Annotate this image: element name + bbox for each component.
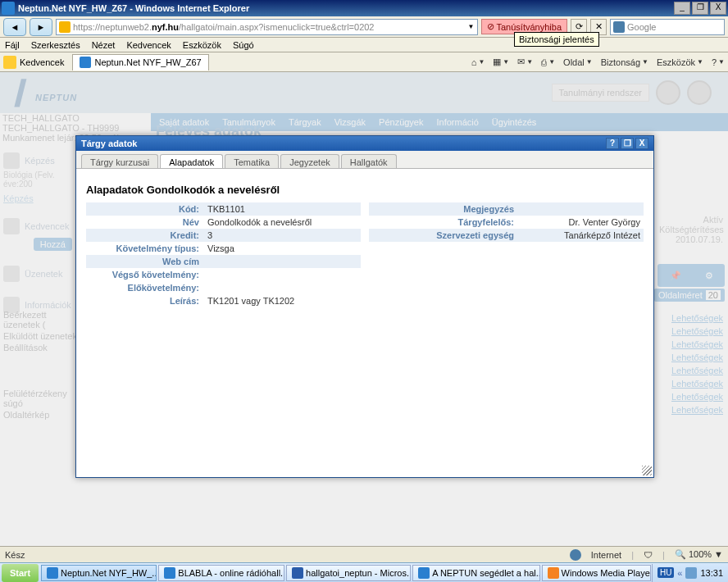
globe-icon [570,549,581,561]
field-label-kod: Kód: [86,204,206,214]
field-label-vegsokov: Végső követelmény: [86,270,206,280]
ie-icon [47,567,58,579]
menu-favorites[interactable]: Kedvencek [126,40,171,50]
safety-menu[interactable]: Biztonság▼ [601,57,648,67]
field-value-leiras: TK1201 vagy TK1202 [206,296,644,306]
field-value-kredit: 3 [206,230,361,240]
dialog-title: Tárgy adatok [81,139,137,148]
field-value-kovetelmeny: Vizsga [206,243,361,253]
favorites-label[interactable]: Kedvencek [20,57,64,67]
field-value-kod: TKB1101 [206,204,361,214]
field-label-leiras: Leírás: [86,296,206,306]
taskbar-item-blabla[interactable]: BLABLA - online rádióhall... [158,565,284,581]
feeds-button[interactable]: ▦▼ [493,57,509,67]
zoom-label[interactable]: 🔍 100% ▼ [675,549,723,560]
taskbar-item-word[interactable]: hallgatoi_neptun - Micros... [286,565,411,581]
taskbar-item-segedlet[interactable]: A NEPTUN segédlet a hal... [412,565,539,581]
menu-help[interactable]: Súgó [233,40,254,50]
favorites-star-icon[interactable] [3,56,16,69]
security-report-tooltip: Biztonsági jelentés [514,32,599,47]
address-toolbar: ◄ ► https://neptunweb2.nyf.hu/hallgatoi/… [0,16,728,38]
window-title: Neptun.Net NYF_HW_Z67 - Windows Internet… [18,3,674,13]
dialog-close-button[interactable]: X [635,138,648,149]
forward-button[interactable]: ► [30,18,52,36]
dialog-help-button[interactable]: ? [606,138,619,149]
refresh-icon: ⟳ [576,21,583,32]
system-tray: HU « 13:31 [652,564,728,582]
menu-tools[interactable]: Eszközök [183,40,221,50]
url-text: https://neptunweb2.nyf.hu/hallgatoi/main… [73,22,468,32]
tray-icon[interactable] [685,567,697,579]
question-icon: ? [712,57,717,67]
page-menu[interactable]: Oldal▼ [563,57,593,67]
language-indicator[interactable]: HU [657,567,674,578]
window-titlebar: Neptun.Net NYF_HW_Z67 - Windows Internet… [0,0,728,16]
ie-icon [2,2,15,15]
field-value-targyfelelos: Dr. Venter György [521,217,644,227]
browser-tab-neptun[interactable]: Neptun.Net NYF_HW_Z67 [72,54,208,70]
shield-error-icon: ⊘ [487,21,494,32]
tools-menu[interactable]: Eszközök▼ [657,57,703,67]
start-button[interactable]: Start [2,564,39,582]
tray-expand-icon[interactable]: « [677,568,682,578]
ie-icon [418,567,430,579]
status-text: Kész [5,550,570,560]
subject-details-dialog: Tárgy adatok ? ❐ X Tárgy kurzusai Alapad… [75,135,654,478]
field-label-kredit: Kredit: [86,230,206,240]
neptun-favicon [80,57,91,68]
window-minimize-button[interactable]: _ [674,2,690,15]
close-icon: ✕ [595,21,603,32]
field-value-szervezet: Tanárképző Intézet [521,230,644,240]
dialog-restore-button[interactable]: ❐ [621,138,634,149]
cert-error-label: Tanúsítványhiba [497,22,562,32]
tab-hallgatok[interactable]: Hallgatók [341,154,397,168]
browser-tabrow: Kedvencek Neptun.Net NYF_HW_Z67 ⌂▼ ▦▼ ✉▼… [0,52,728,72]
home-button[interactable]: ⌂▼ [471,57,485,67]
window-close-button[interactable]: X [710,2,726,15]
taskbar-item-wmp[interactable]: Windows Media Player [542,565,651,581]
dialog-heading: Alapadatok Gondolkodók a nevelésről [86,184,644,196]
dialog-resize-handle[interactable] [642,466,652,475]
browser-menubar: Fájl Szerkesztés Nézet Kedvencek Eszközö… [0,38,728,52]
chevron-down-icon: ▼ [478,58,485,66]
field-label-webcim: Web cím [86,257,206,266]
search-placeholder: Google [627,22,656,32]
dialog-body: Alapadatok Gondolkodók a nevelésről Kód:… [76,169,653,477]
browser-tab-label: Neptun.Net NYF_HW_Z67 [94,57,201,67]
taskbar-item-neptun[interactable]: Neptun.Net NYF_HW_... [41,565,157,581]
back-button[interactable]: ◄ [3,18,26,36]
windows-taskbar: Start Neptun.Net NYF_HW_... BLABLA - onl… [0,562,728,582]
field-label-nev: Név [86,217,206,227]
tab-jegyzetek[interactable]: Jegyzetek [280,154,339,168]
arrow-right-icon: ► [37,22,46,32]
menu-edit[interactable]: Szerkesztés [31,40,80,50]
print-button[interactable]: ⎙▼ [541,57,555,67]
mail-icon: ✉ [517,57,525,67]
home-icon: ⌂ [471,57,477,67]
menu-file[interactable]: Fájl [5,40,20,50]
address-bar[interactable]: https://neptunweb2.nyf.hu/hallgatoi/main… [56,19,478,35]
word-icon [292,567,303,579]
window-restore-button[interactable]: ❐ [692,2,708,15]
tab-tematika[interactable]: Tematika [225,154,279,168]
wmp-icon [548,567,559,579]
mail-button[interactable]: ✉▼ [517,57,533,67]
rss-icon: ▦ [493,57,501,67]
protected-mode-icon: 🛡 [644,550,653,560]
tab-targy-kurzusai[interactable]: Tárgy kurzusai [81,154,158,168]
clock[interactable]: 13:31 [700,568,723,578]
tab-alapadatok[interactable]: Alapadatok [160,154,223,168]
ie-icon [164,567,175,579]
dialog-tabs: Tárgy kurzusai Alapadatok Tematika Jegyz… [76,151,653,169]
field-label-megjegyzes: Megjegyzés [369,204,521,214]
search-input[interactable]: Google [610,19,725,35]
lock-icon [59,21,71,33]
help-button[interactable]: ?▼ [712,57,725,67]
field-label-elokov: Előkövetelmény: [86,283,206,293]
arrow-left-icon: ◄ [11,22,20,32]
dialog-titlebar[interactable]: Tárgy adatok ? ❐ X [76,136,653,151]
field-label-targyfelelos: Tárgyfelelős: [369,217,521,227]
menu-view[interactable]: Nézet [92,40,116,50]
browser-statusbar: Kész Internet | 🛡 | 🔍 100% ▼ [0,546,728,562]
chevron-down-icon[interactable]: ▼ [468,23,475,30]
